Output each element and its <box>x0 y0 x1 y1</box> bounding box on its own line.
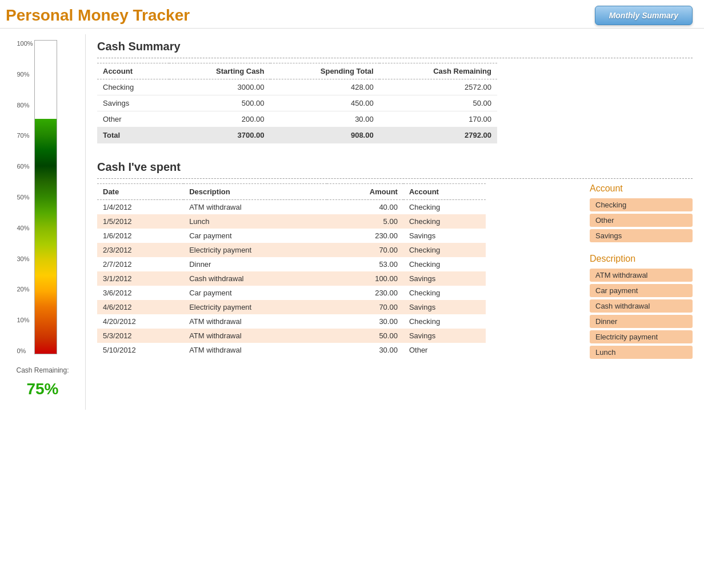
spent-cell-account: Checking <box>403 200 486 215</box>
spent-table-body: 1/4/2012 ATM withdrawal 40.00 Checking 1… <box>97 200 486 358</box>
spent-cell-account: Savings <box>403 300 486 314</box>
description-filter-item[interactable]: ATM withdrawal <box>590 269 693 282</box>
account-filter-item[interactable]: Other <box>590 214 693 227</box>
spent-table-row: 3/6/2012 Car payment 230.00 Checking <box>97 286 486 300</box>
summary-col-spending: Spending Total <box>270 63 379 79</box>
gauge-top-mask <box>35 41 57 119</box>
spent-col-amount: Amount <box>327 184 403 200</box>
cash-summary-section: Cash Summary Account Starting Cash Spend… <box>97 40 693 143</box>
spent-cell-date: 2/7/2012 <box>97 257 183 271</box>
summary-cell-account: Checking <box>97 79 169 95</box>
spent-cell-amount: 230.00 <box>327 229 403 243</box>
gauge-label-40: 40% <box>17 225 33 231</box>
spent-cell-account: Checking <box>403 214 486 229</box>
description-filter-item[interactable]: Cash withdrawal <box>590 299 693 313</box>
spent-cell-date: 1/6/2012 <box>97 229 183 243</box>
account-filter-items: CheckingOtherSavings <box>590 198 693 242</box>
summary-cell-spending: 428.00 <box>270 79 379 95</box>
description-filter-items: ATM withdrawalCar paymentCash withdrawal… <box>590 269 693 359</box>
spent-cell-amount: 70.00 <box>327 300 403 314</box>
gauge-label-10: 10% <box>17 317 33 323</box>
spent-cell-description: ATM withdrawal <box>183 329 327 343</box>
gauge-label-50: 50% <box>17 194 33 201</box>
spent-layout: Date Description Amount Account 1/4/2012… <box>97 183 693 370</box>
total-label: Total <box>97 127 169 143</box>
summary-col-remaining: Cash Remaining <box>379 63 497 79</box>
summary-cell-spending: 450.00 <box>270 95 379 111</box>
gauge-label-30: 30% <box>17 255 33 262</box>
spent-cell-amount: 230.00 <box>327 286 403 300</box>
spent-cell-description: Electricity payment <box>183 300 327 314</box>
summary-table-row: Checking 3000.00 428.00 2572.00 <box>97 79 497 95</box>
summary-cell-remaining: 2572.00 <box>379 79 497 95</box>
spent-cell-date: 3/1/2012 <box>97 271 183 286</box>
total-spending: 908.00 <box>270 127 379 143</box>
spent-cell-amount: 40.00 <box>327 200 403 215</box>
summary-cell-account: Savings <box>97 95 169 111</box>
spent-cell-date: 2/3/2012 <box>97 243 183 257</box>
spent-col-description: Description <box>183 184 327 200</box>
spent-cell-amount: 5.00 <box>327 214 403 229</box>
spent-cell-amount: 50.00 <box>327 329 403 343</box>
gauge-label-100: 100% <box>17 40 33 47</box>
account-filter-title: Account <box>590 183 693 194</box>
header: Personal Money Tracker Monthly Summary <box>0 0 704 29</box>
app-title: Personal Money Tracker <box>6 6 190 25</box>
spent-table: Date Description Amount Account 1/4/2012… <box>97 183 486 357</box>
filter-panel: Account CheckingOtherSavings Description… <box>590 183 693 370</box>
spent-cell-amount: 70.00 <box>327 243 403 257</box>
spent-table-row: 2/3/2012 Electricity payment 70.00 Check… <box>97 243 486 257</box>
gauge-bar <box>34 40 57 354</box>
spent-cell-date: 4/20/2012 <box>97 314 183 329</box>
spent-cell-date: 1/5/2012 <box>97 214 183 229</box>
gauge-labels: 100% 90% 80% 70% 60% 50% 40% 30% 20% 10%… <box>17 40 33 354</box>
spent-cell-amount: 30.00 <box>327 314 403 329</box>
spent-table-row: 3/1/2012 Cash withdrawal 100.00 Savings <box>97 271 486 286</box>
account-filter-item[interactable]: Checking <box>590 198 693 211</box>
spent-cell-description: Dinner <box>183 257 327 271</box>
spent-cell-description: Cash withdrawal <box>183 271 327 286</box>
spent-cell-description: Lunch <box>183 214 327 229</box>
summary-table-header-row: Account Starting Cash Spending Total Cas… <box>97 63 497 79</box>
cash-spent-section: Cash I've spent Date Description Amount … <box>97 161 693 370</box>
spent-cell-description: ATM withdrawal <box>183 200 327 215</box>
cash-spent-title: Cash I've spent <box>97 161 693 174</box>
total-starting: 3700.00 <box>169 127 270 143</box>
content-area: Cash Summary Account Starting Cash Spend… <box>86 34 704 410</box>
spent-table-row: 1/5/2012 Lunch 5.00 Checking <box>97 214 486 229</box>
spent-cell-account: Savings <box>403 229 486 243</box>
spent-cell-description: Car payment <box>183 286 327 300</box>
spent-table-row: 5/10/2012 ATM withdrawal 30.00 Other <box>97 343 486 357</box>
monthly-summary-button[interactable]: Monthly Summary <box>595 6 693 25</box>
summary-cell-remaining: 50.00 <box>379 95 497 111</box>
spent-cell-account: Checking <box>403 286 486 300</box>
cash-remaining-pct: 75% <box>26 380 58 398</box>
spent-table-row: 1/4/2012 ATM withdrawal 40.00 Checking <box>97 200 486 215</box>
gauge-label-20: 20% <box>17 286 33 293</box>
spent-cell-account: Checking <box>403 257 486 271</box>
description-filter-item[interactable]: Electricity payment <box>590 330 693 343</box>
gauge-label-70: 70% <box>17 132 33 139</box>
summary-cell-starting: 200.00 <box>169 111 270 127</box>
cash-summary-table: Account Starting Cash Spending Total Cas… <box>97 63 497 143</box>
spent-cell-account: Checking <box>403 243 486 257</box>
main-content: 100% 90% 80% 70% 60% 50% 40% 30% 20% 10%… <box>0 29 704 410</box>
spent-table-container: Date Description Amount Account 1/4/2012… <box>97 183 573 370</box>
spent-cell-description: ATM withdrawal <box>183 343 327 357</box>
description-filter-item[interactable]: Car payment <box>590 284 693 297</box>
cash-remaining-label: Cash Remaining: <box>16 366 69 375</box>
summary-cell-account: Other <box>97 111 169 127</box>
description-filter-item[interactable]: Dinner <box>590 315 693 328</box>
description-filter-item[interactable]: Lunch <box>590 346 693 359</box>
cash-summary-title: Cash Summary <box>97 40 693 53</box>
spent-cell-date: 1/4/2012 <box>97 200 183 215</box>
spent-cell-description: Car payment <box>183 229 327 243</box>
summary-col-account: Account <box>97 63 169 79</box>
summary-cell-starting: 3000.00 <box>169 79 270 95</box>
spent-col-account: Account <box>403 184 486 200</box>
description-filter-group: Description ATM withdrawalCar paymentCas… <box>590 254 693 359</box>
account-filter-item[interactable]: Savings <box>590 229 693 242</box>
spent-table-row: 4/6/2012 Electricity payment 70.00 Savin… <box>97 300 486 314</box>
summary-table-body: Checking 3000.00 428.00 2572.00 Savings … <box>97 79 497 143</box>
summary-cell-spending: 30.00 <box>270 111 379 127</box>
